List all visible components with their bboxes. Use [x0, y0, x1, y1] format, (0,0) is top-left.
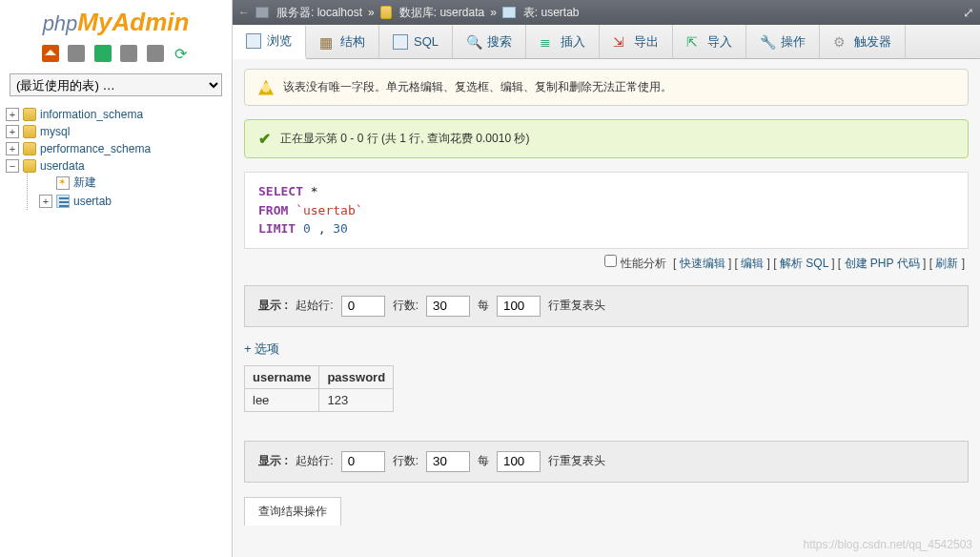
profile-checkbox[interactable] — [604, 255, 617, 267]
recent-tables-select[interactable]: (最近使用的表) … — [10, 73, 222, 96]
db-node-userdata: − userdata — [6, 159, 226, 173]
sql-star: * — [311, 184, 318, 198]
database-icon — [23, 108, 36, 121]
expand-icon[interactable]: + — [39, 195, 52, 208]
sql-operations: 性能分析 [ 快速编辑 ] [ 编辑 ] [ 解析 SQL ] [ 创建 PHP… — [244, 255, 969, 272]
create-php-link[interactable]: 创建 PHP 代码 — [845, 257, 920, 270]
quick-icons: ⟳ — [0, 41, 232, 70]
results-table: username password lee 123 — [244, 365, 394, 412]
tab-search[interactable]: 🔍搜索 — [453, 25, 526, 58]
edit-link[interactable]: 编辑 — [741, 257, 764, 270]
expand-icon[interactable]: + — [6, 142, 19, 155]
expand-icon[interactable]: + — [6, 108, 19, 121]
sql-table: `usertab` — [296, 203, 362, 217]
home-icon[interactable] — [42, 45, 59, 62]
watermark-text: https://blog.csdn.net/qq_4542503 — [804, 538, 972, 551]
tab-structure[interactable]: ▦结构 — [306, 25, 379, 58]
new-table-link[interactable]: 新建 — [73, 175, 96, 191]
maximize-icon[interactable]: ⤢ — [963, 5, 974, 20]
table-node-usertab: + usertab — [39, 195, 226, 208]
tab-import[interactable]: ⇱导入 — [673, 25, 746, 58]
reload-icon[interactable]: ⟳ — [173, 45, 190, 62]
sql-query-box: SELECT * FROM `usertab` LIMIT 0 , 30 — [244, 172, 969, 249]
profile-label[interactable]: 性能分析 — [621, 257, 666, 270]
breadcrumb-server[interactable]: 服务器: localhost — [276, 5, 362, 21]
db-node-information-schema: + information_schema — [6, 108, 226, 121]
structure-icon: ▦ — [319, 34, 335, 50]
each-label: 每 — [478, 453, 489, 469]
warning-message: 该表没有唯一字段。单元格编辑、复选框、编辑、复制和删除无法正常使用。 — [244, 69, 969, 106]
sql-num: 0 — [303, 221, 311, 236]
tab-browse[interactable]: 浏览 — [233, 26, 306, 59]
start-row-input[interactable] — [341, 296, 385, 317]
db-link[interactable]: mysql — [40, 125, 70, 138]
table-link[interactable]: usertab — [73, 195, 112, 208]
breadcrumb-sep: » — [368, 6, 375, 19]
repeat-label: 行重复表头 — [548, 298, 605, 314]
start-row-label: 起始行: — [296, 298, 333, 314]
result-operations-tab[interactable]: 查询结果操作 — [244, 497, 341, 526]
search-icon: 🔍 — [466, 34, 481, 50]
table-header-row: username password — [245, 365, 394, 388]
col-password[interactable]: password — [319, 365, 394, 388]
tab-insert[interactable]: ≣插入 — [526, 25, 600, 58]
table-icon — [56, 195, 70, 208]
operations-icon: 🔧 — [760, 34, 775, 50]
expand-icon[interactable]: + — [6, 125, 19, 138]
db-link[interactable]: userdata — [40, 159, 85, 173]
breadcrumb-db[interactable]: 数据库: userdata — [399, 5, 484, 21]
start-row-label: 起始行: — [296, 453, 333, 469]
repeat-headers-input[interactable] — [497, 296, 541, 317]
tab-sql[interactable]: SQL — [379, 25, 453, 58]
tab-triggers[interactable]: ⚙触发器 — [820, 25, 906, 58]
db-link[interactable]: performance_schema — [40, 142, 151, 155]
quick-edit-link[interactable]: 快速编辑 — [680, 257, 725, 270]
table-icon — [502, 7, 516, 18]
query-window-icon[interactable] — [94, 45, 112, 62]
database-icon — [23, 159, 36, 173]
sql-icon — [393, 34, 408, 50]
repeat-headers-input[interactable] — [497, 451, 541, 472]
sql-num: 30 — [333, 221, 348, 236]
collapse-icon[interactable]: − — [6, 159, 19, 173]
server-icon — [255, 7, 269, 18]
sql-keyword: SELECT — [258, 184, 303, 198]
nav-collapse-icon[interactable]: ← — [238, 6, 250, 19]
success-message: ✔ 正在显示第 0 - 0 行 (共 1 行, 查询花费 0.0010 秒) — [244, 119, 969, 158]
rows-label: 行数: — [393, 298, 419, 314]
browse-icon — [246, 33, 261, 49]
success-text: 正在显示第 0 - 0 行 (共 1 行, 查询花费 0.0010 秒) — [280, 131, 529, 147]
logo[interactable]: phpMyAdmin — [0, 0, 232, 41]
insert-icon: ≣ — [540, 34, 555, 50]
start-row-input[interactable] — [341, 451, 385, 472]
triggers-icon: ⚙ — [833, 34, 848, 50]
nav-settings-icon[interactable] — [147, 45, 164, 62]
sql-keyword: FROM — [258, 203, 288, 217]
col-username[interactable]: username — [245, 365, 319, 388]
docs-icon[interactable] — [120, 45, 137, 62]
cell-username: lee — [245, 388, 319, 411]
table-row: lee 123 — [245, 388, 394, 411]
options-toggle[interactable]: + 选项 — [244, 340, 969, 358]
export-icon: ⇲ — [613, 34, 628, 50]
explain-sql-link[interactable]: 解析 SQL — [780, 257, 828, 270]
new-icon — [56, 176, 70, 190]
success-icon: ✔ — [258, 130, 271, 148]
database-icon — [380, 6, 392, 19]
db-node-performance-schema: + performance_schema — [6, 142, 226, 155]
refresh-link[interactable]: 刷新 — [935, 257, 958, 270]
logo-php: php — [43, 11, 78, 35]
tab-bar: 浏览 ▦结构 SQL 🔍搜索 ≣插入 ⇲导出 ⇱导入 🔧操作 ⚙触发器 — [233, 25, 980, 59]
sql-keyword: LIMIT — [258, 221, 296, 236]
logout-icon[interactable] — [68, 45, 85, 62]
nav-box-bottom: 显示 : 起始行: 行数: 每 行重复表头 — [244, 441, 969, 483]
each-label: 每 — [478, 298, 489, 314]
db-node-mysql: + mysql — [6, 125, 226, 138]
breadcrumb-table[interactable]: 表: usertab — [523, 5, 580, 21]
db-link[interactable]: information_schema — [40, 108, 143, 121]
tab-operations[interactable]: 🔧操作 — [746, 25, 820, 58]
rows-input[interactable] — [426, 451, 470, 472]
rows-input[interactable] — [426, 296, 470, 317]
tab-export[interactable]: ⇲导出 — [600, 25, 673, 58]
new-table-node: 新建 — [39, 175, 226, 191]
